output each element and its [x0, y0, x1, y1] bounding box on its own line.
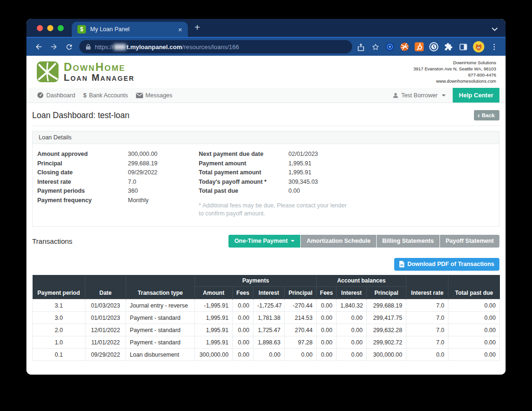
- extensions-puzzle-icon[interactable]: [444, 42, 453, 51]
- cell-balance-fees: 0.00: [317, 324, 337, 336]
- lock-icon[interactable]: [85, 43, 91, 50]
- url-domain: t.myloanpanel.com: [127, 43, 182, 51]
- cell-date: 09/29/2022: [85, 349, 126, 361]
- cell-balance-interest: 0.00: [337, 324, 367, 336]
- one-time-payment-button[interactable]: One-Time Payment: [228, 235, 300, 248]
- transactions-button-group: One-Time Payment Amortization Schedule B…: [228, 235, 499, 248]
- company-info: DownHome Solutions 3917 Evanston Ave N, …: [414, 60, 496, 84]
- nav-item-messages[interactable]: Messages: [136, 92, 172, 99]
- screenshot-canvas: $ My Loan Panel × +: [0, 0, 532, 411]
- company-info-line: 3917 Evanston Ave N, Seattle WA, 98103: [414, 66, 496, 72]
- side-panel-icon[interactable]: [458, 42, 468, 51]
- table-row: 3.0 01/01/2023 Payment - standard 1,995.…: [33, 312, 500, 324]
- nav-item-bank-accounts[interactable]: $ Bank Accounts: [83, 92, 128, 99]
- billing-statements-button[interactable]: Billing Statements: [377, 235, 439, 248]
- cell-interest-rate: 7.0: [406, 312, 448, 324]
- empty-header-cell: [448, 275, 500, 287]
- detail-value: 7.0: [128, 178, 136, 187]
- detail-label: Principal: [37, 159, 128, 169]
- extension-hubspot-icon[interactable]: [414, 42, 424, 51]
- loan-details-right-column: Next payment due date 02/01/2023 Payment…: [199, 150, 494, 218]
- detail-label: Total past due: [199, 187, 288, 196]
- cell-interest: 1,898.63: [253, 336, 285, 349]
- cell-amount: 1,995.91: [195, 312, 233, 324]
- payoff-statement-button[interactable]: Payoff Statement: [440, 235, 499, 248]
- cell-total-past-due: 0.00: [448, 349, 500, 361]
- detail-value: 1,995.91: [288, 168, 312, 178]
- payments-group-header: Payments: [195, 275, 317, 287]
- col-header-total-past-due: Total past due: [448, 287, 500, 300]
- downhome-logo[interactable]: DownHome Loan Manager: [37, 61, 135, 83]
- detail-value: 309,345.03: [288, 178, 318, 187]
- cell-fees: 0.00: [233, 300, 253, 312]
- amortization-schedule-button[interactable]: Amortization Schedule: [301, 235, 376, 248]
- transactions-header-row: Transactions One-Time Payment Amortizati…: [32, 235, 499, 248]
- cell-fees: 0.00: [233, 336, 253, 349]
- cell-balance-fees: 0.00: [317, 312, 337, 324]
- cell-amount: 300,000.00: [195, 349, 233, 361]
- col-header-fees: Fees: [233, 287, 253, 300]
- profile-avatar-dog-icon[interactable]: [473, 41, 484, 52]
- col-header-amount: Amount: [195, 287, 233, 300]
- share-icon[interactable]: [356, 42, 365, 51]
- bookmark-star-icon[interactable]: [371, 42, 380, 51]
- user-menu[interactable]: Test Borrower: [392, 92, 446, 99]
- browser-menu-icon[interactable]: ⋮: [490, 42, 499, 51]
- cell-balance-interest: 1,840.32: [337, 300, 367, 312]
- user-icon: [392, 92, 399, 99]
- forward-icon[interactable]: [48, 41, 59, 52]
- chevron-down-icon: [291, 240, 295, 242]
- window-controls[interactable]: [37, 25, 64, 31]
- pdf-file-icon: [399, 261, 405, 267]
- reload-icon[interactable]: [63, 41, 75, 52]
- url-scheme: https://: [95, 43, 113, 51]
- tab-search-chevron-icon[interactable]: [491, 25, 498, 34]
- detail-label: Amount approved: [37, 150, 128, 159]
- dollar-icon: $: [83, 92, 86, 99]
- site-header: DownHome Loan Manager DownHome Solutions…: [26, 56, 506, 88]
- download-row: Download PDF of Transactions: [32, 258, 499, 271]
- col-header-interest-rate: Interest rate: [406, 287, 448, 300]
- toolbar-icons: ⋮: [356, 41, 499, 52]
- download-label: Download PDF of Transactions: [407, 261, 494, 267]
- download-pdf-button[interactable]: Download PDF of Transactions: [394, 258, 499, 271]
- back-icon[interactable]: [33, 41, 44, 52]
- address-bar[interactable]: https://t.myloanpanel.com/resources/loan…: [79, 40, 352, 53]
- nav-item-dashboard[interactable]: Dashboard: [37, 92, 75, 99]
- detail-row: Payment frequency Monthly: [37, 196, 199, 206]
- minimize-window-button[interactable]: [47, 25, 53, 31]
- cell-interest-rate: 0.0: [406, 349, 448, 361]
- cell-total-past-due: 0.00: [448, 324, 500, 336]
- extension-1password-icon[interactable]: [429, 42, 439, 51]
- zoom-window-button[interactable]: [58, 25, 64, 31]
- cell-date: 01/01/2023: [85, 312, 126, 324]
- cell-interest: 0.00: [253, 349, 285, 361]
- new-tab-button[interactable]: +: [194, 23, 200, 32]
- col-header-interest: Interest: [253, 287, 285, 300]
- extension-blue-ring-icon[interactable]: [385, 42, 395, 51]
- cell-principal: 97.28: [285, 336, 317, 349]
- tab-title: My Loan Panel: [90, 26, 178, 33]
- page-title: Loan Dashboard: test-loan: [32, 111, 129, 120]
- detail-row: Next payment due date 02/01/2023: [199, 150, 494, 159]
- cell-balance-principal: 299,902.72: [367, 336, 406, 349]
- detail-value: 1,995.91: [288, 159, 312, 169]
- back-button[interactable]: ‹ Back: [474, 110, 499, 120]
- cell-transaction-type: Journal entry - reverse: [126, 300, 195, 312]
- detail-label: Payment amount: [199, 159, 288, 169]
- detail-value: 09/29/2022: [128, 168, 158, 178]
- detail-row: Payment amount 1,995.91: [199, 159, 494, 169]
- empty-header-cell: [406, 275, 448, 287]
- help-center-button[interactable]: Help Center: [453, 88, 499, 103]
- browser-window: $ My Loan Panel × +: [26, 19, 506, 375]
- tab-close-icon[interactable]: ×: [178, 26, 182, 33]
- close-window-button[interactable]: [37, 25, 43, 31]
- extension-orange-pinwheel-icon[interactable]: [400, 42, 409, 51]
- cell-principal: 270.44: [285, 324, 317, 336]
- detail-row: Total payment amount 1,995.91: [199, 168, 494, 178]
- browser-tab[interactable]: $ My Loan Panel ×: [72, 22, 188, 37]
- cell-amount: 1,995.91: [195, 336, 233, 349]
- nav-label: Bank Accounts: [89, 92, 128, 99]
- cell-balance-principal: 299,632.28: [367, 324, 406, 336]
- detail-value: Monthly: [128, 196, 149, 206]
